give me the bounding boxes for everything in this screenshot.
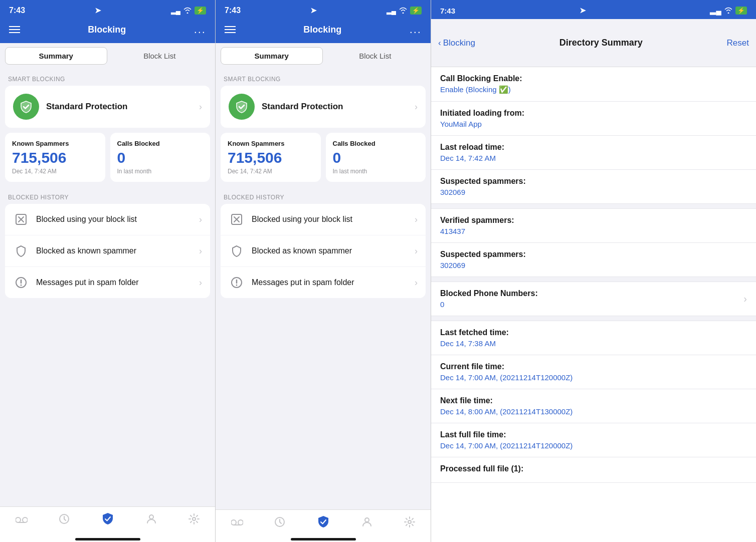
tab-profile-1[interactable] bbox=[145, 513, 157, 528]
history-label-spam-2: Messages put in spam folder bbox=[252, 278, 408, 287]
blocking-shield-icon-2 bbox=[316, 515, 330, 529]
dir-key-last-full: Last full file time: bbox=[440, 430, 747, 439]
history-label-spammer-1: Blocked as known spammer bbox=[36, 246, 192, 255]
history-item-blocklist-1[interactable]: Blocked using your block list › bbox=[5, 204, 210, 235]
hamburger-menu-1[interactable] bbox=[9, 26, 20, 33]
tab-summary-1[interactable]: Summary bbox=[5, 47, 107, 65]
stat-card-blocked-2: Calls Blocked 0 In last month bbox=[326, 133, 426, 182]
wifi-icon-1 bbox=[183, 7, 192, 15]
history-list-2: Blocked using your block list › Blocked … bbox=[221, 204, 426, 298]
protection-title-2: Standard Protection bbox=[262, 102, 408, 112]
dir-signal-icon: ▂▄ bbox=[710, 6, 721, 15]
tab-blocking-1[interactable] bbox=[101, 512, 115, 529]
dir-battery-icon: ⚡ bbox=[735, 7, 747, 15]
protection-card-1[interactable]: Standard Protection › bbox=[5, 86, 210, 128]
battery-icon-2: ⚡ bbox=[410, 7, 422, 15]
chevron-right-2: › bbox=[415, 102, 418, 112]
stats-row-1: Known Spammers 715,506 Dec 14, 7:42 AM C… bbox=[5, 133, 210, 182]
stat-number-spammers-1: 715,506 bbox=[12, 149, 98, 166]
history-chevron-1: › bbox=[199, 214, 202, 225]
signal-icon-1: ▂▄ bbox=[171, 7, 180, 15]
tab-summary-2[interactable]: Summary bbox=[221, 47, 323, 65]
more-icon-2[interactable]: ... bbox=[410, 23, 422, 36]
home-indicator-1 bbox=[0, 539, 215, 542]
tab-blocking-2[interactable] bbox=[316, 515, 330, 529]
svg-point-15 bbox=[408, 520, 411, 523]
dir-row-last-full: Last full file time: Dec 14, 7:00 AM, (2… bbox=[431, 423, 756, 457]
tab-voicemail-1[interactable] bbox=[16, 514, 28, 527]
history-item-spammer-2[interactable]: Blocked as known spammer › bbox=[221, 235, 426, 267]
dir-title: Directory Summary bbox=[475, 38, 727, 48]
tab-recent-2[interactable] bbox=[274, 516, 286, 528]
svg-point-14 bbox=[365, 518, 369, 522]
protection-card-2[interactable]: Standard Protection › bbox=[221, 86, 426, 128]
back-chevron-icon: ‹ bbox=[438, 38, 441, 48]
tab-settings-1[interactable] bbox=[188, 513, 200, 528]
chevron-right-1: › bbox=[199, 102, 202, 112]
history-item-spam-2[interactable]: Messages put in spam folder › bbox=[221, 267, 426, 298]
settings-icon-1 bbox=[188, 513, 200, 528]
exclamation-icon-1 bbox=[13, 275, 29, 291]
dir-val-next-file: Dec 14, 8:00 AM, (20211214T130000Z) bbox=[440, 407, 747, 416]
tab-blocklist-1[interactable]: Block List bbox=[109, 47, 211, 65]
bottom-tab-bar-2 bbox=[216, 509, 431, 539]
reset-button[interactable]: Reset bbox=[727, 38, 749, 48]
nav-bar-1: Blocking ... bbox=[0, 19, 215, 43]
location-icon-2: ➤ bbox=[310, 6, 317, 15]
dir-sep-1 bbox=[431, 204, 756, 209]
settings-icon-2 bbox=[404, 516, 416, 528]
svg-point-11 bbox=[238, 520, 243, 525]
dir-row-current-file: Current file time: Dec 14, 7:00 AM, (202… bbox=[431, 355, 756, 389]
history-label-blocklist-2: Blocked using your block list bbox=[252, 215, 408, 224]
history-item-spammer-1[interactable]: Blocked as known spammer › bbox=[5, 235, 210, 267]
dir-val-verified: 413437 bbox=[440, 227, 747, 235]
stat-card-spammers-1: Known Spammers 715,506 Dec 14, 7:42 AM bbox=[5, 133, 105, 182]
scroll-content-2: SMART BLOCKING Standard Protection › Kno… bbox=[216, 69, 431, 509]
dir-row-suspected-1: Suspected spammers: 302069 bbox=[431, 170, 756, 204]
status-icons-2: ▂▄ ⚡ bbox=[387, 7, 422, 15]
tab-bar-2: Summary Block List bbox=[216, 43, 431, 69]
status-icons-1: ▂▄ ⚡ bbox=[171, 7, 206, 15]
dir-key-current-file: Current file time: bbox=[440, 362, 747, 371]
tab-profile-2[interactable] bbox=[361, 516, 373, 528]
protection-title-1: Standard Protection bbox=[46, 102, 192, 112]
tab-voicemail-2[interactable] bbox=[231, 517, 243, 526]
dir-val-suspected-2: 302069 bbox=[440, 261, 747, 269]
history-label-blocklist-1: Blocked using your block list bbox=[36, 215, 192, 224]
dir-row-verified: Verified spammers: 413437 bbox=[431, 209, 756, 243]
dir-key-suspected-1: Suspected spammers: bbox=[440, 177, 747, 186]
more-icon-1[interactable]: ... bbox=[194, 23, 206, 36]
back-label: Blocking bbox=[443, 38, 475, 48]
time-2: 7:43 bbox=[225, 6, 241, 15]
protection-icon-1 bbox=[13, 94, 39, 120]
svg-point-7 bbox=[193, 517, 196, 520]
dir-row-processed: Processed full file (1): bbox=[431, 457, 756, 483]
stat-sub-blocked-1: In last month bbox=[117, 168, 204, 175]
tab-blocklist-2[interactable]: Block List bbox=[325, 47, 426, 65]
hamburger-menu-2[interactable] bbox=[225, 26, 236, 33]
scroll-content-1: SMART BLOCKING Standard Protection › Kno… bbox=[0, 69, 215, 506]
dir-val-blocked-phones: 0 bbox=[440, 300, 538, 309]
stats-row-2: Known Spammers 715,506 Dec 14, 7:42 AM C… bbox=[221, 133, 426, 182]
history-chevron-5: › bbox=[415, 246, 418, 256]
history-chevron-6: › bbox=[415, 278, 418, 288]
dir-row-loading: Initiated loading from: YouMail App bbox=[431, 102, 756, 136]
dir-row-blocked-phones: Blocked Phone Numbers: 0 › bbox=[431, 282, 756, 316]
time-1: 7:43 bbox=[9, 6, 25, 15]
history-chevron-4: › bbox=[415, 214, 418, 225]
stat-sub-spammers-1: Dec 14, 7:42 AM bbox=[12, 168, 98, 175]
tab-settings-2[interactable] bbox=[404, 516, 416, 528]
dir-val-loading[interactable]: YouMail App bbox=[440, 120, 747, 128]
dir-panel: 7:43 ➤ ▂▄ ⚡ ‹ Blocking Directory Summary… bbox=[431, 0, 756, 542]
tab-recent-1[interactable] bbox=[58, 513, 70, 528]
status-bar-2: 7:43 ➤ ▂▄ ⚡ bbox=[216, 0, 431, 19]
stat-card-blocked-1: Calls Blocked 0 In last month bbox=[110, 133, 211, 182]
tab-bar-1: Summary Block List bbox=[0, 43, 215, 69]
history-item-spam-1[interactable]: Messages put in spam folder › bbox=[5, 267, 210, 298]
blocked-phones-chevron[interactable]: › bbox=[743, 293, 747, 305]
dir-val-call-blocking[interactable]: Enable (Blocking ✅) bbox=[440, 85, 747, 94]
back-button[interactable]: ‹ Blocking bbox=[438, 38, 475, 48]
dir-key-loading: Initiated loading from: bbox=[440, 109, 747, 118]
dir-val-current-file: Dec 14, 7:00 AM, (20211214T120000Z) bbox=[440, 373, 747, 382]
history-item-blocklist-2[interactable]: Blocked using your block list › bbox=[221, 204, 426, 235]
